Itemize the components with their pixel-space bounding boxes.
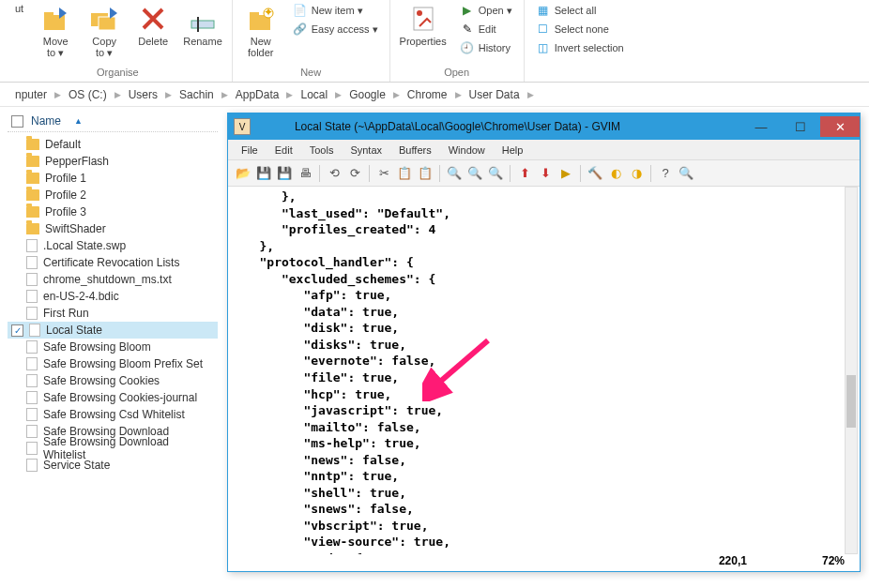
gvim-menu-tools[interactable]: Tools [302, 143, 342, 158]
select-all-checkbox[interactable] [11, 115, 23, 128]
tool-redo-icon[interactable]: ⟳ [345, 164, 364, 183]
tool-save-icon[interactable]: 💾 [254, 164, 273, 183]
tool-run-script-icon[interactable]: ▶ [556, 164, 575, 183]
svg-rect-3 [99, 17, 115, 30]
file-name: Safe Browsing Bloom [43, 340, 151, 354]
svg-rect-10 [414, 8, 433, 30]
gvim-editor[interactable]: }, "last_used": "Default", "profiles_cre… [232, 187, 843, 554]
new-item-button[interactable]: 📄New item ▾ [289, 2, 382, 19]
copy-to-button[interactable]: Copy to ▾ [84, 2, 125, 60]
tool-saveall-icon[interactable]: 💾 [275, 164, 294, 183]
breadcrumb-segment[interactable]: Users [125, 88, 161, 101]
breadcrumb-segment[interactable]: nputer [11, 88, 51, 101]
gvim-menu-window[interactable]: Window [441, 143, 493, 158]
group-open-label: Open [444, 67, 469, 80]
tool-cut-icon[interactable]: ✂ [374, 164, 393, 183]
breadcrumb-segment[interactable]: AppData [232, 88, 283, 101]
gvim-menu-help[interactable]: Help [495, 143, 531, 158]
properties-button[interactable]: Properties [398, 2, 449, 49]
gvim-scroll-percent: 72% [822, 554, 845, 571]
file-name: Safe Browsing Cookies [43, 374, 160, 387]
file-row[interactable]: Safe Browsing Cookies [8, 372, 218, 389]
file-icon [26, 442, 38, 455]
tool-copy-icon[interactable]: 📋 [395, 164, 414, 183]
breadcrumb-segment[interactable]: Chrome [404, 88, 451, 101]
file-row[interactable]: Safe Browsing Csd Whitelist [8, 406, 218, 423]
tool-findhelp-icon[interactable]: 🔍 [677, 164, 695, 183]
breadcrumb-segment[interactable]: User Data [465, 88, 524, 101]
tool-tags-icon[interactable]: ◑ [627, 164, 646, 183]
file-row[interactable]: Safe Browsing Download Whitelist [8, 440, 218, 457]
tool-find-icon[interactable]: 🔍 [445, 164, 464, 183]
select-none-button[interactable]: ☐Select none [532, 21, 628, 38]
file-row[interactable]: SwiftShader [8, 220, 218, 237]
invert-selection-button[interactable]: ◫Invert selection [532, 39, 628, 56]
file-row[interactable]: Certificate Revocation Lists [8, 254, 218, 271]
tool-shell-icon[interactable]: ◐ [606, 164, 625, 183]
new-folder-button[interactable]: ✦ New folder [240, 2, 282, 60]
file-row[interactable]: Profile 2 [8, 187, 218, 204]
file-row[interactable]: Safe Browsing Cookies-journal [8, 389, 218, 406]
file-row[interactable]: Default [8, 136, 218, 153]
tool-undo-icon[interactable]: ⟲ [325, 164, 343, 183]
group-organise-label: Organise [97, 67, 139, 80]
tool-save-session-icon[interactable]: ⬇ [536, 164, 555, 183]
breadcrumb-segment[interactable]: OS (C:) [65, 88, 111, 101]
gvim-menu-file[interactable]: File [234, 143, 266, 158]
breadcrumb-segment[interactable]: Sachin [175, 88, 218, 101]
file-checkbox[interactable]: ✓ [11, 324, 23, 337]
open-button[interactable]: ▶Open ▾ [456, 2, 516, 19]
history-button[interactable]: 🕘History [456, 39, 516, 56]
gvim-menubar: FileEditToolsSyntaxBuffersWindowHelp [228, 140, 860, 160]
select-all-button[interactable]: ▦Select all [532, 2, 628, 19]
minimize-button[interactable]: — [741, 116, 781, 137]
edit-button[interactable]: ✎Edit [456, 21, 516, 38]
gvim-menu-buffers[interactable]: Buffers [391, 143, 439, 158]
file-list-header[interactable]: Name ▲ [8, 111, 218, 132]
tool-replace-icon[interactable]: 🔍 [486, 164, 505, 183]
tool-make-icon[interactable]: 🔨 [586, 164, 604, 183]
gvim-scrollbar[interactable] [845, 187, 858, 554]
tool-open-icon[interactable]: 📂 [234, 164, 252, 183]
file-row[interactable]: en-US-2-4.bdic [8, 288, 218, 305]
breadcrumb-segment[interactable]: Google [345, 88, 389, 101]
svg-rect-1 [44, 12, 53, 16]
rename-button[interactable]: Rename [181, 2, 224, 49]
tool-help-icon[interactable]: ? [656, 164, 675, 183]
tool-findnext-icon[interactable]: 🔍 [465, 164, 484, 183]
file-row[interactable]: .Local State.swp [8, 237, 218, 254]
close-button[interactable]: ✕ [820, 116, 860, 137]
gvim-titlebar[interactable]: V Local State (~\AppData\Local\Google\Ch… [228, 113, 860, 140]
file-row[interactable]: Profile 3 [8, 204, 218, 220]
gvim-menu-edit[interactable]: Edit [267, 143, 300, 158]
cut-button[interactable]: ut [11, 2, 27, 15]
delete-button[interactable]: Delete [132, 2, 174, 49]
file-name: Service State [43, 459, 110, 472]
svg-rect-0 [44, 15, 65, 30]
gvim-scrollbar-thumb[interactable] [846, 375, 856, 428]
file-icon [26, 357, 38, 370]
move-to-button[interactable]: Move to ▾ [35, 2, 76, 60]
breadcrumb-separator-icon: ▶ [451, 90, 465, 99]
tool-paste-icon[interactable]: 📋 [416, 164, 434, 183]
group-new-label: New [300, 67, 321, 80]
file-name: Local State [46, 324, 102, 337]
breadcrumb-segment[interactable]: Local [297, 88, 331, 101]
breadcrumb-separator-icon: ▶ [389, 90, 404, 99]
file-icon [26, 374, 38, 387]
file-row[interactable]: Safe Browsing Bloom Prefix Set [8, 355, 218, 372]
file-row[interactable]: Profile 1 [8, 170, 218, 187]
file-row[interactable]: ✓Local State [8, 322, 218, 339]
tool-load-session-icon[interactable]: ⬆ [515, 164, 534, 183]
maximize-button[interactable]: ☐ [781, 116, 820, 137]
file-row[interactable]: chrome_shutdown_ms.txt [8, 271, 218, 288]
breadcrumb[interactable]: nputer▶OS (C:)▶Users▶Sachin▶AppData▶Loca… [0, 83, 869, 107]
file-name: chrome_shutdown_ms.txt [43, 273, 172, 286]
easy-access-button[interactable]: 🔗Easy access ▾ [289, 21, 382, 38]
tool-print-icon[interactable]: 🖶 [296, 164, 314, 183]
file-row[interactable]: First Run [8, 305, 218, 322]
gvim-menu-syntax[interactable]: Syntax [343, 143, 389, 158]
file-row[interactable]: PepperFlash [8, 153, 218, 170]
file-row[interactable]: Safe Browsing Bloom [8, 339, 218, 355]
column-name[interactable]: Name [31, 114, 61, 128]
